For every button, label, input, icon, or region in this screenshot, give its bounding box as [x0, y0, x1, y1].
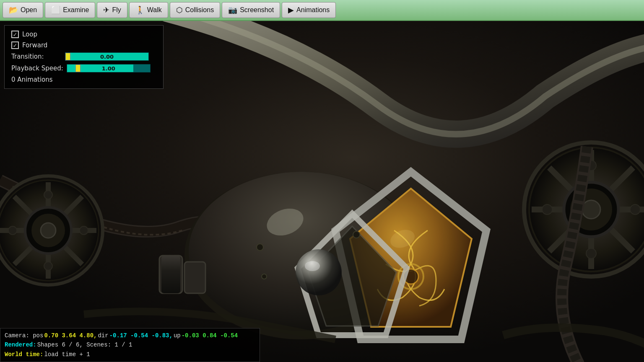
svg-point-37 — [305, 261, 320, 271]
svg-point-15 — [8, 226, 17, 235]
transition-label: Transition: — [11, 53, 62, 60]
screenshot-icon: 📷 — [228, 6, 237, 14]
toolbar: 📂 Open ⬜ Examine ✈ Fly 🚶 Walk ⬡ Collisio… — [0, 0, 644, 21]
open-button[interactable]: 📂 Open — [3, 2, 43, 18]
transition-slider[interactable]: 0.00 — [65, 52, 149, 61]
rendered-val: Shapes 6 / 6, Scenes: 1 / 1 — [37, 340, 132, 349]
camera-pos: 0.70 3.64 4.80, — [44, 331, 97, 340]
animations-button[interactable]: ▶ Animations — [282, 2, 336, 18]
examine-label: Examine — [63, 6, 89, 14]
playback-speed-row: Playback Speed: 1.00 — [11, 64, 156, 72]
svg-point-13 — [80, 226, 88, 235]
collisions-label: Collisions — [185, 6, 214, 14]
svg-point-11 — [41, 223, 56, 238]
animations-label: Animations — [296, 6, 330, 14]
svg-point-43 — [353, 231, 360, 238]
transition-row: Transition: 0.00 — [11, 52, 156, 61]
collisions-icon: ⬡ — [176, 6, 183, 14]
walk-icon: 🚶 — [135, 6, 145, 14]
dir-label: dir — [98, 331, 108, 340]
transition-value: 0.00 — [65, 54, 148, 60]
forward-checkbox[interactable]: ✓ — [11, 41, 19, 49]
walk-label: Walk — [147, 6, 162, 14]
animations-panel: ✓ Loop ✓ Forward Transition: 0.00 Playba… — [4, 25, 164, 89]
forward-label: Forward — [22, 41, 47, 49]
screenshot-label: Screenshot — [240, 6, 274, 14]
examine-icon: ⬜ — [51, 6, 60, 14]
viewport: ✓ Loop ✓ Forward Transition: 0.00 Playba… — [0, 21, 644, 362]
examine-button[interactable]: ⬜ Examine — [45, 2, 95, 18]
rendered-label: Rendered: — [5, 340, 36, 349]
playback-speed-label: Playback Speed: — [11, 65, 63, 72]
open-label: Open — [21, 6, 37, 14]
collisions-button[interactable]: ⬡ Collisions — [170, 2, 220, 18]
svg-point-44 — [262, 274, 267, 279]
svg-point-26 — [630, 204, 640, 215]
svg-point-14 — [44, 262, 52, 270]
svg-rect-39 — [161, 256, 180, 293]
up-val: -0.03 0.84 -0.54 — [182, 331, 238, 340]
playback-speed-value: 1.00 — [67, 65, 150, 72]
fly-button[interactable]: ✈ Fly — [97, 2, 127, 18]
animations-icon: ▶ — [288, 6, 294, 14]
screenshot-button[interactable]: 📷 Screenshot — [222, 2, 280, 18]
svg-point-12 — [44, 191, 52, 199]
forward-row: ✓ Forward — [11, 41, 156, 49]
world-label: World time: — [5, 350, 43, 359]
fly-icon: ✈ — [103, 6, 109, 14]
svg-point-42 — [257, 244, 263, 251]
animations-count: 0 Animations — [11, 76, 156, 83]
svg-point-36 — [296, 249, 342, 295]
svg-point-24 — [582, 200, 600, 219]
world-val: load time + 1 — [44, 350, 90, 359]
dir-val: -0.17 -0.54 -0.83, — [109, 331, 173, 340]
rendered-line: Rendered: Shapes 6 / 6, Scenes: 1 / 1 — [5, 340, 255, 349]
fly-label: Fly — [112, 6, 121, 14]
loop-checkbox[interactable]: ✓ — [11, 31, 19, 38]
camera-line: Camera: pos 0.70 3.64 4.80, dir -0.17 -0… — [5, 331, 255, 340]
loop-row: ✓ Loop — [11, 31, 156, 38]
svg-point-28 — [542, 204, 552, 215]
world-time-line: World time: load time + 1 — [5, 350, 255, 359]
open-icon: 📂 — [9, 6, 18, 14]
svg-rect-40 — [184, 262, 205, 293]
camera-label: Camera: pos — [5, 331, 43, 340]
svg-point-27 — [586, 248, 596, 259]
up-label: up — [174, 331, 181, 340]
loop-label: Loop — [22, 31, 37, 38]
status-bar: Camera: pos 0.70 3.64 4.80, dir -0.17 -0… — [0, 328, 260, 362]
playback-speed-slider[interactable]: 1.00 — [67, 64, 151, 72]
walk-button[interactable]: 🚶 Walk — [129, 2, 168, 18]
